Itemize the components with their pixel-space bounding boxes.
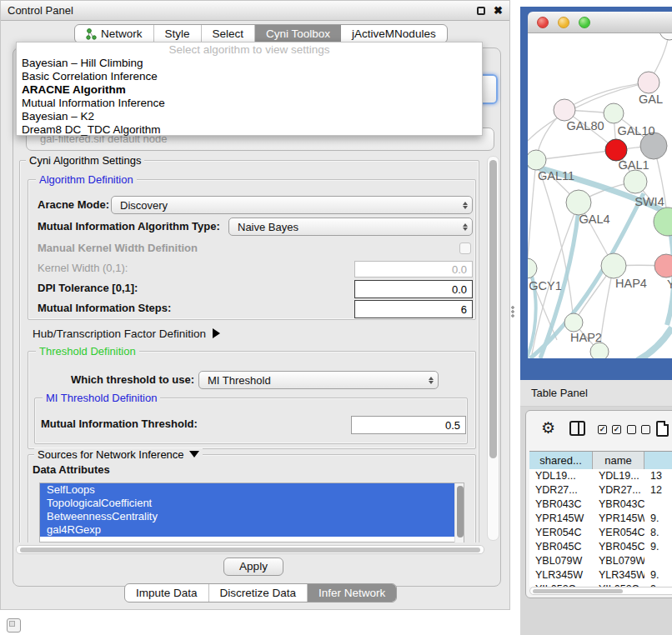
manual-kernel-checkbox[interactable] <box>459 242 471 254</box>
network-window-titlebar[interactable] <box>528 12 672 33</box>
node-label-y: Y <box>667 278 672 291</box>
mi-steps-label: Mutual Information Steps: <box>38 299 171 318</box>
attributes-list-scrollbar[interactable] <box>454 483 464 542</box>
network-node-gal10[interactable] <box>604 103 624 123</box>
close-window-icon[interactable] <box>537 17 549 28</box>
threshold-definition-title: Threshold Definition <box>36 345 139 358</box>
column-layout-icon[interactable] <box>569 421 585 436</box>
docked-panel-icon[interactable] <box>7 618 21 632</box>
network-node-labels: GAL GAL80 GAL10 GAL1 GAL11 SWI4 GAL4 GCY… <box>529 92 672 344</box>
table-row[interactable]: YBL079W YBL079W <box>529 554 672 568</box>
tab-impute-data[interactable]: Impute Data <box>125 584 209 602</box>
table-row[interactable]: YPR145W YPR145W 9. <box>529 512 672 526</box>
tab-network[interactable]: Network <box>75 25 154 42</box>
deselect-all-checkbox-icon[interactable] <box>641 425 650 434</box>
column-header-clipped[interactable] <box>644 452 672 469</box>
settings-horizontal-scrollbar[interactable] <box>16 545 484 554</box>
table-horizontal-scrollbar[interactable] <box>529 587 672 595</box>
stepper-arrows-icon <box>459 202 472 209</box>
mi-type-value: Naive Bayes <box>229 221 459 233</box>
cell-name: YDL19... <box>593 469 644 483</box>
new-table-page-icon[interactable] <box>656 421 669 437</box>
cell-shared-name: YDR27... <box>529 483 593 498</box>
minimize-window-icon[interactable] <box>558 17 569 28</box>
network-node[interactable] <box>590 342 609 358</box>
mi-threshold-input[interactable] <box>351 416 466 434</box>
mi-steps-input[interactable] <box>354 300 473 318</box>
dropdown-item-bayesian-k2[interactable]: Bayesian – K2 <box>17 110 482 123</box>
which-threshold-combo[interactable]: MI Threshold <box>198 371 439 389</box>
attribute-topologicalcoefficient[interactable]: TopologicalCoefficient <box>40 497 464 510</box>
network-node-salmon[interactable] <box>654 254 672 278</box>
dropdown-item-basic-correlation[interactable]: Basic Correlation Inference <box>17 70 482 83</box>
close-panel-icon[interactable]: ✖ <box>494 7 503 15</box>
node-label-gal11: GAL11 <box>538 169 574 182</box>
dropdown-item-mutual-information[interactable]: Mutual Information Inference <box>17 97 482 110</box>
hub-definition-label: Hub/Transcription Factor Definition <box>33 328 206 340</box>
select-all-checkbox-icon[interactable]: ✓ <box>612 425 621 434</box>
apply-button[interactable]: Apply <box>223 558 283 576</box>
dpi-tolerance-input[interactable] <box>354 280 473 298</box>
table-row[interactable]: YDL19... YDL19... 13 <box>529 469 672 483</box>
table-row[interactable]: YDR27... YDR27... 12 <box>529 483 672 498</box>
node-label-gal4: GAL4 <box>579 212 609 226</box>
column-header-shared-name[interactable]: shared... <box>529 452 593 469</box>
settings-vertical-scrollbar[interactable] <box>487 156 499 541</box>
table-header-row: shared... name <box>529 451 672 470</box>
deselect-all-checkbox-icon[interactable] <box>627 425 636 434</box>
table-row[interactable]: YER054C YER054C 8. <box>529 526 672 540</box>
aracne-mode-label: Aracne Mode: <box>38 196 109 214</box>
panel-divider-handle[interactable] <box>511 305 514 318</box>
attribute-betweennesscentrality[interactable]: BetweennessCentrality <box>40 510 464 523</box>
bottom-tabbar: Impute Data Discretize Data Infer Networ… <box>124 583 397 602</box>
tab-cyni-toolbox-label: Cyni Toolbox <box>266 28 330 40</box>
aracne-mode-combo[interactable]: Discovery <box>111 196 473 214</box>
mi-type-combo[interactable]: Naive Bayes <box>228 218 473 236</box>
tab-cyni-toolbox[interactable]: Cyni Toolbox <box>255 25 341 42</box>
network-node-hap2[interactable] <box>564 313 583 332</box>
network-node-gal11[interactable] <box>528 150 546 170</box>
attribute-selfloops[interactable]: SelfLoops <box>40 483 464 497</box>
column-header-name[interactable]: name <box>593 452 644 469</box>
tab-style[interactable]: Style <box>154 25 202 42</box>
tab-select[interactable]: Select <box>202 25 256 42</box>
tab-infer-network[interactable]: Infer Network <box>308 584 396 602</box>
table-row[interactable]: YLR345W YLR345W 9. <box>529 568 672 582</box>
settings-viewport: Cyni Algorithm Settings Algorithm Defini… <box>16 154 486 542</box>
table-body: YDL19... YDL19... 13 YDR27... YDR27... 1… <box>529 469 672 587</box>
table-row[interactable]: YBR043C YBR043C <box>529 498 672 512</box>
network-node-gal4[interactable] <box>566 190 591 215</box>
network-graph[interactable]: GAL GAL80 GAL10 GAL1 GAL11 SWI4 GAL4 GCY… <box>528 33 672 358</box>
tab-impute-data-label: Impute Data <box>136 587 198 599</box>
select-all-checkbox-icon[interactable]: ✓ <box>598 425 607 434</box>
dropdown-item-bayesian-hill[interactable]: Bayesian – Hill Climbing <box>17 57 482 70</box>
cell-name: YBL079W <box>593 554 644 568</box>
tab-discretize-data[interactable]: Discretize Data <box>209 584 308 602</box>
network-node-hap4[interactable] <box>601 253 626 278</box>
cell-name: YLR345W <box>593 568 644 582</box>
network-node-swi4[interactable] <box>624 170 647 193</box>
kernel-width-input[interactable] <box>354 261 473 278</box>
hub-definition-expander[interactable]: Hub/Transcription Factor Definition <box>33 328 220 340</box>
cell-shared-name: YBR043C <box>529 498 593 512</box>
dropdown-item-dream8[interactable]: Dream8 DC_TDC Algorithm <box>17 123 482 137</box>
mi-type-label: Mutual Information Algorithm Type: <box>38 218 220 236</box>
network-node-gal80[interactable] <box>554 99 575 121</box>
table-settings-gear-icon[interactable]: ⚙ <box>541 420 555 436</box>
network-node-gcy1[interactable] <box>528 258 537 278</box>
tab-jactivemnodules[interactable]: jActiveMNodules <box>341 25 447 42</box>
sources-group-title[interactable]: Sources for Network Inference <box>34 448 203 461</box>
node-label-gal: GAL <box>639 92 663 106</box>
aracne-mode-value: Discovery <box>112 199 459 212</box>
cell-name: YBR045C <box>593 540 644 554</box>
table-row[interactable]: YBR045C YBR045C 9. <box>529 540 672 554</box>
dropdown-item-aracne[interactable]: ARACNE Algorithm <box>17 83 482 97</box>
network-node-gal[interactable] <box>638 72 659 93</box>
attribute-gal4rgexp[interactable]: gal4RGexp <box>40 523 464 537</box>
node-label-hap4: HAP4 <box>615 277 647 290</box>
network-node[interactable] <box>659 33 672 40</box>
network-node-bright-green[interactable] <box>654 208 672 236</box>
tab-infer-network-label: Infer Network <box>318 587 385 599</box>
float-panel-icon[interactable] <box>477 7 485 15</box>
zoom-window-icon[interactable] <box>579 17 590 28</box>
